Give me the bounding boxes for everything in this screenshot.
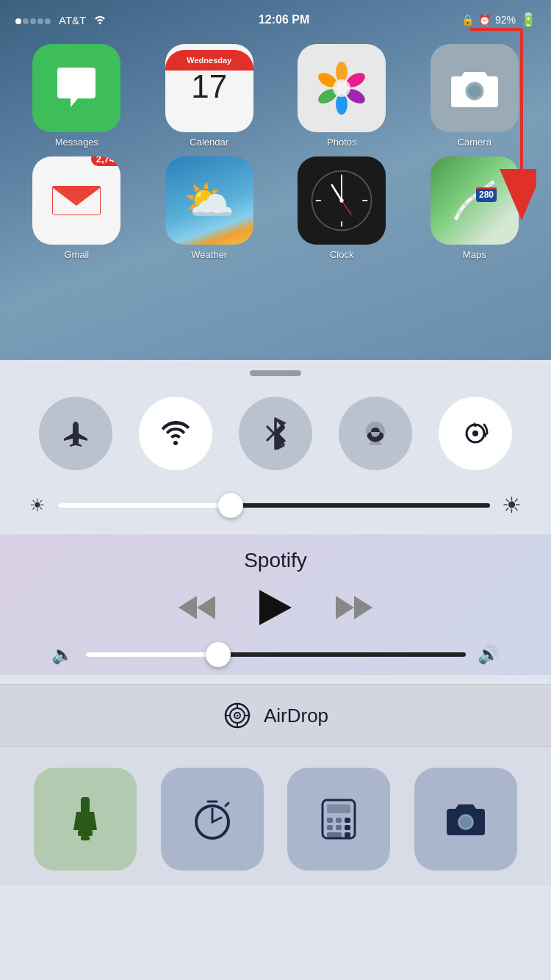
- airdrop-section[interactable]: AirDrop: [0, 684, 551, 747]
- svg-point-45: [236, 715, 238, 717]
- battery-percent: 92%: [495, 14, 516, 26]
- app-label-camera: Camera: [458, 137, 491, 148]
- svg-point-4: [336, 94, 347, 115]
- brightness-slider[interactable]: [57, 503, 490, 508]
- control-center: ☀ ☀ Spotify: [0, 360, 551, 980]
- svg-point-23: [340, 198, 344, 202]
- camera2-button[interactable]: [414, 768, 517, 871]
- svg-point-71: [474, 813, 478, 817]
- svg-rect-66: [345, 825, 350, 830]
- app-grid: Messages Wednesday 17 Calendar: [0, 32, 551, 267]
- svg-rect-50: [81, 797, 90, 813]
- clock-display: 12:06 PM: [259, 13, 309, 26]
- now-playing-app: Spotify: [44, 549, 507, 572]
- svg-rect-62: [336, 818, 342, 823]
- brightness-thumb[interactable]: [218, 493, 243, 518]
- svg-line-56: [212, 818, 221, 822]
- app-camera[interactable]: Camera: [413, 44, 537, 148]
- bluetooth-toggle[interactable]: [239, 397, 312, 470]
- svg-point-10: [486, 79, 492, 85]
- app-gmail[interactable]: 2,749 Gmail: [15, 156, 139, 260]
- app-label-weather: Weather: [191, 249, 227, 260]
- app-label-maps: Maps: [463, 249, 486, 260]
- app-weather[interactable]: ⛅ Weather: [148, 156, 272, 260]
- flashlight-button[interactable]: [34, 768, 137, 871]
- playback-controls: [44, 590, 507, 625]
- status-right: 🔒 ⏰ 92% 🔋: [461, 12, 536, 28]
- handle-bar: [250, 370, 301, 376]
- svg-marker-38: [179, 596, 197, 619]
- airdrop-icon: [223, 701, 252, 730]
- volume-thumb[interactable]: [206, 642, 231, 667]
- home-screen: AT&T 12:06 PM 🔒 ⏰ 92% 🔋 Messages: [0, 0, 551, 360]
- svg-rect-52: [78, 830, 93, 836]
- svg-marker-37: [197, 596, 215, 619]
- volume-min-icon: 🔈: [51, 644, 73, 665]
- quick-actions: [0, 747, 551, 885]
- svg-rect-61: [327, 818, 333, 823]
- svg-point-1: [336, 62, 347, 82]
- rotation-lock-toggle[interactable]: [439, 397, 512, 470]
- do-not-disturb-toggle[interactable]: [339, 397, 412, 470]
- alarm-icon: ⏰: [478, 14, 491, 26]
- app-icon-maps: 280: [431, 156, 519, 245]
- app-calendar[interactable]: Wednesday 17 Calendar: [148, 44, 272, 148]
- app-icon-messages: [32, 44, 120, 132]
- svg-rect-63: [345, 818, 350, 823]
- status-bar: AT&T 12:06 PM 🔒 ⏰ 92% 🔋: [0, 0, 551, 32]
- app-icon-calendar: Wednesday 17: [165, 44, 253, 132]
- calendar-day: Wednesday: [187, 56, 231, 65]
- weather-cloud-icon: ⛅: [184, 176, 235, 225]
- app-clock[interactable]: Clock: [280, 156, 404, 260]
- calculator-button[interactable]: [287, 768, 390, 871]
- app-icon-weather: ⛅: [165, 156, 253, 245]
- app-label-messages: Messages: [55, 137, 98, 148]
- app-icon-camera: [431, 44, 519, 132]
- airplane-mode-toggle[interactable]: [39, 397, 112, 470]
- brightness-fill: [57, 503, 231, 508]
- svg-point-9: [468, 84, 481, 98]
- calendar-date: 17: [191, 71, 227, 103]
- brightness-max-icon: ☀: [502, 492, 522, 518]
- now-playing-section: Spotify 🔈: [0, 534, 551, 675]
- carrier-label: AT&T: [59, 14, 86, 26]
- svg-marker-39: [259, 590, 292, 625]
- app-messages[interactable]: Messages: [15, 44, 139, 148]
- app-icon-photos: [298, 44, 386, 132]
- app-label-clock: Clock: [330, 249, 354, 260]
- app-label-photos: Photos: [327, 137, 356, 148]
- fastforward-button[interactable]: [336, 593, 372, 622]
- svg-rect-53: [81, 836, 90, 840]
- svg-text:280: 280: [479, 190, 494, 200]
- svg-rect-60: [327, 804, 350, 813]
- svg-rect-64: [327, 825, 333, 830]
- app-icon-gmail: 2,749: [32, 156, 120, 245]
- app-label-gmail: Gmail: [64, 249, 89, 260]
- lock-icon: 🔒: [461, 14, 474, 26]
- svg-rect-65: [336, 825, 342, 830]
- app-photos[interactable]: Photos: [280, 44, 404, 148]
- play-button[interactable]: [259, 590, 292, 625]
- volume-slider[interactable]: [85, 652, 466, 657]
- app-icon-clock: [298, 156, 386, 245]
- drag-handle[interactable]: [0, 360, 551, 376]
- svg-line-58: [226, 803, 228, 806]
- wifi-toggle[interactable]: [139, 397, 212, 470]
- wifi-icon: [93, 14, 107, 26]
- rewind-button[interactable]: [179, 593, 215, 622]
- signal-dots: [15, 14, 51, 26]
- svg-rect-68: [345, 832, 350, 837]
- svg-point-36: [472, 430, 478, 436]
- timer-button[interactable]: [161, 768, 264, 871]
- volume-fill: [85, 652, 218, 657]
- svg-point-7: [333, 79, 350, 97]
- svg-marker-41: [354, 596, 372, 619]
- toggle-row: [0, 376, 551, 485]
- volume-row: 🔈 🔊: [44, 644, 507, 665]
- app-maps[interactable]: 280 Maps: [413, 156, 537, 260]
- airdrop-label: AirDrop: [264, 705, 328, 727]
- app-label-calendar: Calendar: [190, 137, 228, 148]
- svg-point-70: [460, 816, 472, 828]
- gmail-badge: 2,749: [91, 156, 121, 166]
- status-left: AT&T: [15, 14, 107, 26]
